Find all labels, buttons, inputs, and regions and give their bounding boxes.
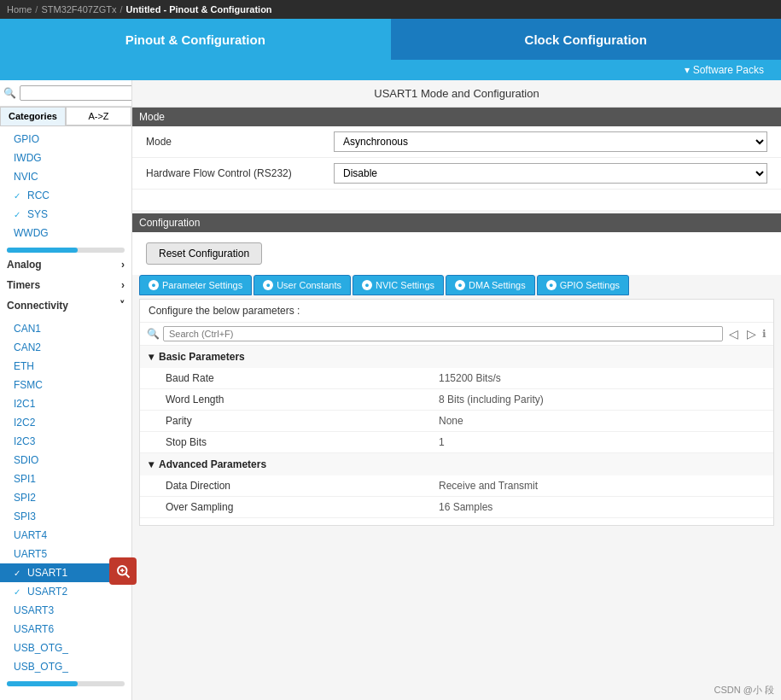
param-row-stop-bits: Stop Bits 1 <box>140 432 773 453</box>
sidebar-item-fsmc[interactable]: FSMC <box>0 376 131 394</box>
nvic-settings-icon: ● <box>362 280 372 290</box>
sidebar-item-usb-otg-1[interactable]: USB_OTG_ <box>0 639 131 657</box>
tab-user-constants[interactable]: ● User Constants <box>254 275 351 295</box>
param-name-over-sampling: Over Sampling <box>166 501 439 513</box>
sidebar-item-gpio[interactable]: GPIO <box>0 130 131 149</box>
param-name-word-length: Word Length <box>166 394 439 405</box>
sidebar-connectivity-items: CAN1 CAN2 ETH FSMC I2C1 I2C2 I2C3 SDIO S… <box>0 316 131 680</box>
gpio-settings-icon: ● <box>546 280 557 290</box>
sidebar-item-uart4[interactable]: UART4 <box>0 526 131 545</box>
param-row-over-sampling: Over Sampling 16 Samples <box>140 497 773 518</box>
sidebar-group-connectivity[interactable]: Connectivity ˅ <box>0 295 131 316</box>
rcc-check-icon: ✓ <box>14 191 24 201</box>
param-search-input[interactable] <box>163 326 723 341</box>
usart-title: USART1 Mode and Configuration <box>132 80 781 108</box>
sidebar-item-usb-otg-2[interactable]: USB_OTG_ <box>0 657 131 676</box>
zoom-button[interactable] <box>109 557 137 585</box>
param-row-word-length: Word Length 8 Bits (including Parity) <box>140 389 773 411</box>
sidebar-item-wwdg[interactable]: WWDG <box>0 224 131 242</box>
sidebar-item-usart6[interactable]: USART6 <box>0 620 131 639</box>
software-packs-bar[interactable]: ▾ Software Packs <box>0 60 781 80</box>
sidebar-tabs: Categories A->Z <box>0 107 131 126</box>
sidebar-section-gpio: GPIO IWDG NVIC ✓ RCC ✓ SYS WWDG <box>0 126 131 246</box>
software-packs-chevron: ▾ <box>685 64 690 76</box>
param-value-word-length: 8 Bits (including Parity) <box>439 394 544 405</box>
param-row-parity: Parity None <box>140 411 773 432</box>
mode-select[interactable]: Asynchronous <box>334 131 767 152</box>
param-settings-icon: ● <box>149 280 159 290</box>
config-section-header: Configuration <box>132 213 781 232</box>
sidebar-item-eth[interactable]: ETH <box>0 357 131 376</box>
breadcrumb-home[interactable]: Home <box>7 4 32 15</box>
sidebar-item-i2c1[interactable]: I2C1 <box>0 394 131 413</box>
param-name-parity: Parity <box>166 415 439 427</box>
chevron-right-icon-2: › <box>121 279 125 291</box>
param-tabs: ● Parameter Settings ● User Constants ● … <box>132 275 781 295</box>
sidebar-item-sys[interactable]: ✓ SYS <box>0 205 131 224</box>
basic-params-header[interactable]: ▾ Basic Parameters <box>140 346 773 368</box>
sidebar-item-spi3[interactable]: SPI3 <box>0 507 131 526</box>
software-packs-label: Software Packs <box>693 64 764 76</box>
param-next-button[interactable]: ▷ <box>744 327 759 341</box>
tab-dma-settings[interactable]: ● DMA Settings <box>446 275 535 295</box>
sys-check-icon: ✓ <box>14 210 24 219</box>
basic-chevron-icon: ▾ <box>149 351 154 363</box>
param-name-stop-bits: Stop Bits <box>166 436 439 448</box>
advanced-chevron-icon: ▾ <box>149 458 154 470</box>
sidebar-item-nvic[interactable]: NVIC <box>0 167 131 186</box>
sidebar: 🔍 Categories A->Z GPIO IWDG NVIC ✓ RCC ✓… <box>0 80 132 700</box>
sidebar-tab-atoz[interactable]: A->Z <box>66 107 131 125</box>
param-row-data-direction: Data Direction Receive and Transmit <box>140 475 773 497</box>
param-value-stop-bits: 1 <box>439 436 445 448</box>
usart2-check-icon: ✓ <box>14 587 24 597</box>
sidebar-item-can2[interactable]: CAN2 <box>0 338 131 357</box>
param-prev-button[interactable]: ◁ <box>726 327 741 341</box>
param-row-baud-rate: Baud Rate 115200 Bits/s <box>140 368 773 389</box>
sidebar-item-usart2[interactable]: ✓ USART2 <box>0 582 131 601</box>
param-value-baud-rate: 115200 Bits/s <box>439 372 501 384</box>
sidebar-item-i2c3[interactable]: I2C3 <box>0 432 131 451</box>
hw-flow-select[interactable]: Disable <box>334 163 767 184</box>
scrollbar-2[interactable] <box>7 681 125 686</box>
sidebar-item-sdio[interactable]: SDIO <box>0 451 131 470</box>
chevron-down-icon: ˅ <box>119 300 125 312</box>
param-search-icon: 🔍 <box>147 328 160 340</box>
svg-line-1 <box>125 574 130 578</box>
sidebar-group-analog[interactable]: Analog › <box>0 254 131 275</box>
param-value-over-sampling: 16 Samples <box>439 501 492 513</box>
mode-label: Mode <box>146 136 334 148</box>
sidebar-search-input[interactable] <box>20 85 132 101</box>
tab-gpio-settings[interactable]: ● GPIO Settings <box>537 275 629 295</box>
reset-config-button[interactable]: Reset Configuration <box>146 242 262 265</box>
sidebar-item-i2c2[interactable]: I2C2 <box>0 413 131 432</box>
advanced-params-header[interactable]: ▾ Advanced Parameters <box>140 453 773 475</box>
sidebar-item-spi1[interactable]: SPI1 <box>0 470 131 488</box>
sidebar-item-spi2[interactable]: SPI2 <box>0 488 131 507</box>
dma-settings-icon: ● <box>455 280 465 290</box>
search-icon: 🔍 <box>3 87 16 99</box>
tab-clock[interactable]: Clock Configuration <box>391 19 782 60</box>
tab-pinout[interactable]: Pinout & Configuration <box>0 19 391 60</box>
param-name-baud-rate: Baud Rate <box>166 372 439 384</box>
scrollbar-1[interactable] <box>7 248 125 253</box>
sidebar-item-can1[interactable]: CAN1 <box>0 319 131 338</box>
param-search-row: 🔍 ◁ ▷ ℹ <box>140 323 773 346</box>
tab-nvic-settings[interactable]: ● NVIC Settings <box>353 275 444 295</box>
sidebar-tab-categories[interactable]: Categories <box>0 107 66 125</box>
config-section: Configuration Reset Configuration ● Para… <box>132 213 781 526</box>
sidebar-group-timers[interactable]: Timers › <box>0 275 131 295</box>
footer: CSDN @小 段 <box>708 680 781 700</box>
content-area: USART1 Mode and Configuration Mode Mode … <box>132 80 781 700</box>
breadcrumb-device[interactable]: STM32F407ZGTx <box>41 4 116 15</box>
sidebar-item-usart3[interactable]: USART3 <box>0 601 131 620</box>
user-constants-icon: ● <box>263 280 273 290</box>
tab-parameter-settings[interactable]: ● Parameter Settings <box>139 275 252 295</box>
param-value-data-direction: Receive and Transmit <box>439 480 538 492</box>
footer-text: CSDN @小 段 <box>714 685 774 695</box>
hw-flow-label: Hardware Flow Control (RS232) <box>146 167 334 179</box>
sidebar-item-rcc[interactable]: ✓ RCC <box>0 186 131 205</box>
param-name-data-direction: Data Direction <box>166 480 439 492</box>
breadcrumb-current: Untitled - Pinout & Configuration <box>126 4 272 15</box>
chevron-right-icon: › <box>121 259 125 271</box>
sidebar-item-iwdg[interactable]: IWDG <box>0 149 131 167</box>
